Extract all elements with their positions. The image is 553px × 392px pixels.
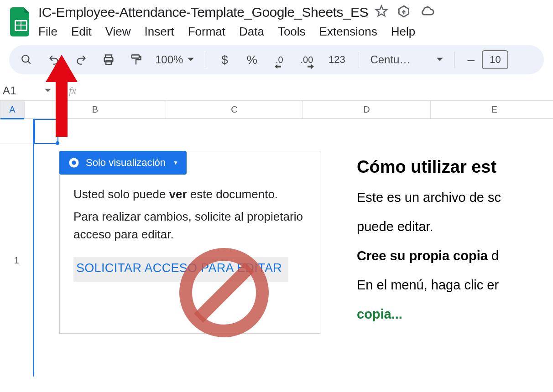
caret-down-icon: ▼ [173, 160, 178, 166]
undo-icon[interactable] [46, 52, 62, 68]
column-header-e[interactable]: E [431, 101, 553, 119]
column-header-b[interactable]: B [25, 101, 166, 119]
search-icon[interactable] [18, 52, 35, 68]
row-spacer [0, 119, 34, 144]
menu-data[interactable]: Data [239, 25, 264, 39]
svg-rect-4 [21, 26, 26, 30]
svg-point-5 [22, 55, 29, 62]
request-access-button[interactable]: SOLICITAR ACCESO PARA EDITAR [73, 257, 288, 282]
menu-help[interactable]: Help [391, 25, 415, 39]
menubar: File Edit View Insert Format Data Tools … [38, 22, 544, 43]
toolbar: 100% $ % .0 .00 123 Centu… – 10 [9, 45, 544, 74]
cloud-icon[interactable] [419, 4, 435, 21]
font-size-input[interactable]: 10 [482, 50, 508, 69]
name-box[interactable]: A1 [0, 84, 59, 97]
menu-tools[interactable]: Tools [278, 25, 306, 39]
star-icon[interactable] [375, 5, 388, 20]
column-header-d[interactable]: D [303, 101, 431, 119]
menu-insert[interactable]: Insert [145, 25, 174, 39]
chevron-down-icon [45, 88, 51, 94]
sheets-logo[interactable] [9, 6, 33, 37]
selected-cell-a1[interactable] [34, 119, 58, 144]
paint-format-icon[interactable] [128, 52, 144, 68]
menu-edit[interactable]: Edit [71, 25, 92, 39]
menu-extensions[interactable]: Extensions [319, 25, 377, 39]
menu-file[interactable]: File [38, 25, 57, 39]
percent-button[interactable]: % [244, 52, 260, 68]
increase-decimal-icon[interactable]: .00 [298, 52, 315, 68]
move-icon[interactable] [396, 4, 411, 21]
redo-icon[interactable] [73, 52, 89, 68]
print-icon[interactable] [100, 52, 117, 68]
currency-button[interactable]: $ [216, 52, 233, 68]
number-format-button[interactable]: 123 [326, 52, 348, 68]
column-header-a[interactable]: A [0, 101, 25, 119]
eye-icon [68, 156, 80, 169]
row-header-1[interactable]: 1 [0, 144, 34, 377]
svg-line-6 [28, 61, 30, 63]
decrease-font-size[interactable]: – [465, 52, 476, 67]
card-text-line1: Usted solo puede ver este documento. [73, 187, 306, 201]
document-title[interactable]: IC-Employee-Attendance-Template_Google_S… [38, 5, 368, 20]
svg-rect-10 [132, 55, 139, 58]
svg-point-12 [72, 160, 76, 165]
view-only-badge[interactable]: Solo visualización ▼ [59, 151, 187, 175]
svg-rect-2 [21, 21, 26, 25]
card-text-line2: Para realizar cambios, solicite al propi… [73, 208, 306, 243]
menu-format[interactable]: Format [188, 25, 225, 39]
zoom-select[interactable]: 100% [155, 53, 194, 66]
menu-view[interactable]: View [105, 25, 131, 39]
instructions-text: Cómo utilizar est Este es un archivo de … [357, 151, 501, 334]
svg-rect-1 [16, 21, 21, 25]
svg-rect-3 [16, 26, 21, 30]
formula-bar-fx: fx [69, 85, 76, 97]
font-select[interactable]: Centu… [370, 53, 443, 66]
decrease-decimal-icon[interactable]: .0 [271, 52, 287, 68]
view-only-card: Solo visualización ▼ Usted solo puede ve… [59, 151, 320, 334]
column-header-c[interactable]: C [166, 101, 303, 119]
